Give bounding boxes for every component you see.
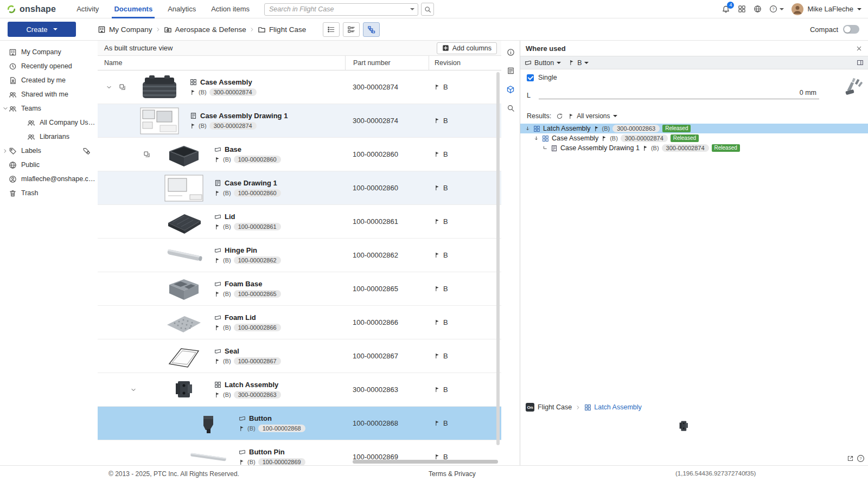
result-revision-label: (B) [602,125,610,132]
revision-icon [434,252,440,258]
revision-cell: B [429,419,501,427]
search-input[interactable] [265,5,418,13]
user-menu-button[interactable]: Mike LaFleche [792,3,861,15]
community-button[interactable] [754,5,762,13]
sidebar-item-all-company-users[interactable]: All Company Users [0,115,98,130]
breadcrumb-my-company[interactable]: My Company [98,25,152,34]
detail-list-view-button[interactable] [343,22,360,37]
breadcrumb-flight-case[interactable]: Flight Case [258,25,306,34]
table-row[interactable]: Case Assembly Drawing 1(B)300-0000287430… [98,104,501,138]
chevron-down-icon[interactable] [2,105,9,112]
table-row[interactable]: Case Assembly(B)300-00002874300-00002874… [98,70,501,104]
close-icon[interactable] [856,45,863,52]
sidebar-item-my-company[interactable]: My Company [0,45,98,59]
table-row[interactable]: Foam Lid(B)100-00002866100-00002866B [98,306,501,339]
breadcrumb-aerospace-defense[interactable]: Aerospace & Defense [164,25,246,34]
nav-item-activity[interactable]: Activity [69,0,106,18]
nav-item-action-items[interactable]: Action items [203,0,257,18]
table-row[interactable]: Seal(B)100-00002867100-00002867B [98,339,501,373]
sidebar-item-labels[interactable]: Labels [0,144,98,158]
revision-dropdown[interactable]: B [569,59,589,67]
horizontal-scrollbar[interactable] [353,460,498,464]
all-versions-dropdown[interactable]: All versions [568,112,617,120]
latch-assembly-preview [676,418,692,437]
panel-tab-3d-structure[interactable] [506,85,515,94]
notifications-button[interactable]: 4 [722,5,730,14]
vertical-scrollbar[interactable] [496,72,500,445]
sidebar-item-label: Labels [21,147,41,155]
help-menu-button[interactable]: ? [769,5,784,13]
part-thumbnail [154,375,214,405]
popout-icon[interactable] [847,454,854,463]
tree-elbow-icon[interactable] [542,145,548,151]
column-header-part-number[interactable]: Part number [345,56,429,70]
where-used-result-row[interactable]: Case Assembly Drawing 1(B)300-00002874Re… [520,143,868,153]
revision-value: B [443,318,448,326]
drawing-icon [214,179,221,187]
nav-item-analytics[interactable]: Analytics [160,0,203,18]
panel-help-icon[interactable]: ? [857,454,865,463]
table-row[interactable]: Case Drawing 1(B)100-00002860100-0000286… [98,171,501,205]
row-expand-chevron-icon[interactable] [103,84,115,91]
flat-list-view-button[interactable] [323,22,340,37]
compact-toggle[interactable] [843,25,859,34]
subject-dropdown[interactable]: Button [525,59,561,67]
label-settings-icon[interactable] [82,147,90,155]
3d-preview-area[interactable] [520,414,868,465]
table-row[interactable]: Hinge Pin(B)100-00002862100-00002862B [98,239,501,272]
revision-value: B [443,251,448,259]
context-document-name: Flight Case [538,403,572,411]
sidebar-item-librarians[interactable]: Librarians [0,130,98,144]
row-name-cell: Button(B)100-00002868 [239,414,345,432]
table-row[interactable]: Base(B)100-00002860100-00002860B [98,138,501,171]
footer: © 2013 - 2025, PTC Inc. All Rights Reser… [0,465,868,488]
people-icon [27,133,35,141]
part-thumbnail [154,341,214,371]
create-button[interactable]: Create [8,22,76,37]
apps-grid-icon [738,5,746,13]
sidebar-item-created-by-me[interactable]: Created by me [0,73,98,87]
panel-tab-info[interactable] [507,48,515,56]
table-row[interactable]: Button(B)100-00002868100-00002868B [98,407,501,440]
add-columns-button[interactable]: Add columns [437,42,497,54]
table-row[interactable]: Latch Assembly(B)300-00002863300-0000286… [98,373,501,407]
arrow-down-icon[interactable] [533,136,539,142]
structure-view-button[interactable] [363,22,380,37]
row-expand-chevron-icon[interactable] [127,387,139,393]
chevron-right-icon[interactable] [2,148,8,154]
search-box[interactable] [264,3,418,16]
panel-tab-properties[interactable] [507,67,515,75]
row-revision-label: (B) [223,291,231,297]
app-switcher-button[interactable] [738,5,746,13]
sidebar-item-teams[interactable]: Teams [0,101,98,115]
onshape-logo[interactable]: onshape [7,4,56,14]
length-input[interactable]: 0 mm [539,89,819,99]
column-header-name[interactable]: Name [98,59,345,67]
nav-item-documents[interactable]: Documents [106,0,160,18]
terms-privacy-link[interactable]: Terms & Privacy [429,470,476,478]
panel-layout-button[interactable] [857,59,864,66]
sidebar-item-public[interactable]: Public [0,158,98,172]
search-scope-caret-icon[interactable] [410,8,414,10]
sidebar-item-trash[interactable]: Trash [0,186,98,200]
search-button[interactable] [421,3,434,16]
column-header-revision[interactable]: Revision [429,56,501,70]
sidebar-item-recently-opened[interactable]: Recently opened [0,59,98,73]
clock-icon [9,62,17,70]
sidebar-item-label: Public [21,161,40,169]
panel-tab-search[interactable] [507,104,515,112]
part-number-cell: 100-00002865 [345,285,429,293]
context-item-link[interactable]: Latch Assembly [584,403,642,411]
refresh-button[interactable] [556,113,563,120]
where-used-result-row[interactable]: Latch Assembly(B)300-00002863Released [520,124,868,133]
table-row[interactable]: Foam Base(B)100-00002865100-00002865B [98,272,501,306]
sidebar-item-shared-with-me[interactable]: Shared with me [0,87,98,101]
arrow-down-icon[interactable] [525,126,531,132]
sidebar-item-label: Trash [21,189,39,197]
where-used-result-row[interactable]: Case Assembly(B)300-00002874Released [520,133,868,143]
sidebar-item-mlafleche-onshape-com[interactable]: mlafleche@onshape.com [0,172,98,186]
table-row[interactable]: Lid(B)100-00002861100-00002861B [98,205,501,239]
part-number-cell: 100-00002866 [345,318,429,326]
revision-icon [214,358,220,364]
single-checkbox[interactable] [527,74,534,81]
